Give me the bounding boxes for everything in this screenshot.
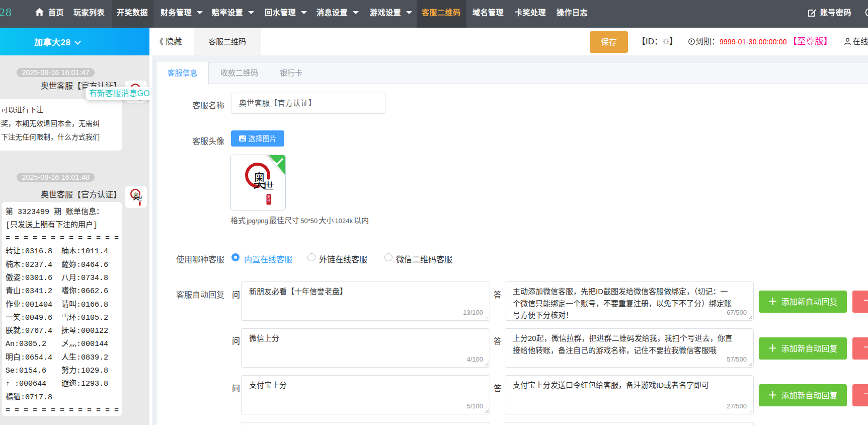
svg-text:世: 世 [267, 198, 271, 202]
svg-text:世: 世 [137, 196, 143, 201]
svg-text:奥: 奥 [267, 194, 271, 199]
svg-text:世: 世 [262, 181, 274, 191]
